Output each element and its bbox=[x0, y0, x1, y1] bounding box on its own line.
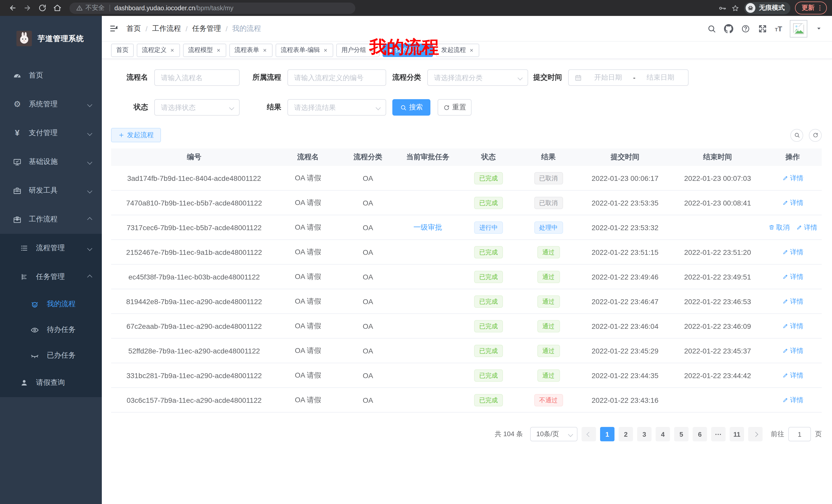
page-button[interactable]: 1 bbox=[600, 427, 615, 441]
sidebar-item-monitor[interactable]: 基础设施 bbox=[0, 147, 102, 176]
search-button[interactable]: 搜索 bbox=[392, 99, 431, 116]
sidebar-item-gear[interactable]: ⚙系统管理 bbox=[0, 90, 102, 119]
sidebar-item-user[interactable]: 请假查询 bbox=[0, 368, 102, 397]
page-button[interactable]: 6 bbox=[693, 427, 707, 441]
date-range-picker[interactable]: 开始日期 - 结束日期 bbox=[568, 69, 688, 86]
detail-link[interactable]: 详情 bbox=[782, 371, 803, 380]
browser-update-button[interactable]: 更新 bbox=[795, 2, 827, 15]
search-icon[interactable] bbox=[707, 24, 716, 33]
close-icon[interactable]: × bbox=[170, 47, 175, 53]
process-name-input[interactable] bbox=[155, 70, 239, 85]
github-icon[interactable] bbox=[724, 24, 733, 33]
detail-link[interactable]: 详情 bbox=[782, 297, 803, 306]
detail-link[interactable]: 详情 bbox=[796, 223, 817, 232]
sidebar: 芋道管理系统 首页⚙系统管理¥支付管理基础设施研发工具工作流程 流程管理任务管理… bbox=[0, 16, 102, 504]
tab-view[interactable]: 发起流程× bbox=[436, 44, 479, 57]
close-icon[interactable]: × bbox=[469, 47, 474, 53]
category-select-input[interactable] bbox=[428, 70, 518, 85]
sidebar-item-label: 系统管理 bbox=[29, 100, 58, 109]
detail-link[interactable]: 详情 bbox=[782, 173, 803, 183]
start-date-placeholder[interactable]: 开始日期 bbox=[586, 73, 630, 82]
refresh-table-button[interactable] bbox=[809, 129, 822, 142]
more-pages-button[interactable]: ··· bbox=[711, 427, 726, 441]
result-select-input[interactable] bbox=[288, 100, 376, 115]
fullscreen-icon[interactable] bbox=[758, 24, 767, 33]
detail-link[interactable]: 详情 bbox=[782, 247, 803, 257]
app-header: 首页/工作流程/任务管理/我的流程 TT bbox=[102, 16, 832, 41]
browser-menu-icon[interactable] bbox=[816, 4, 824, 12]
edit-icon bbox=[782, 347, 788, 354]
close-icon[interactable]: × bbox=[216, 47, 221, 53]
avatar[interactable] bbox=[790, 20, 807, 37]
detail-link[interactable]: 详情 bbox=[782, 272, 803, 281]
cancel-link[interactable]: 取消 bbox=[768, 223, 789, 232]
detail-link[interactable]: 详情 bbox=[782, 321, 803, 331]
page-button[interactable]: 11 bbox=[730, 427, 744, 441]
next-page-button[interactable] bbox=[748, 427, 762, 441]
breadcrumb-item[interactable]: 首页 bbox=[127, 24, 141, 33]
sidebar-item-yen[interactable]: ¥支付管理 bbox=[0, 119, 102, 147]
create-process-button[interactable]: 发起流程 bbox=[111, 128, 161, 142]
browser-reload-icon[interactable] bbox=[38, 4, 47, 12]
help-icon[interactable] bbox=[741, 24, 750, 33]
browser-forward-icon[interactable] bbox=[23, 4, 32, 12]
sidebar-item-list[interactable]: 流程管理 bbox=[0, 234, 102, 262]
page-button[interactable]: 5 bbox=[674, 427, 688, 441]
sidebar-item-label: 支付管理 bbox=[29, 129, 58, 138]
sidebar-item-briefcase[interactable]: 工作流程 bbox=[0, 205, 102, 234]
detail-link[interactable]: 详情 bbox=[782, 346, 803, 355]
process-definition-input[interactable] bbox=[288, 70, 386, 85]
detail-link-label: 详情 bbox=[804, 223, 817, 232]
page-button[interactable]: 2 bbox=[619, 427, 633, 441]
not-secure-warning-icon[interactable] bbox=[76, 5, 83, 11]
sidebar-item-gauge[interactable]: 首页 bbox=[0, 61, 102, 90]
sidebar-item-eyeclosed[interactable]: 已办任务 bbox=[0, 343, 102, 368]
sidebar-item-flow[interactable]: 任务管理 bbox=[0, 262, 102, 291]
breadcrumb-item[interactable]: 工作流程 bbox=[152, 24, 181, 33]
tab-view[interactable]: 流程表单-编辑× bbox=[276, 44, 333, 57]
toggle-search-button[interactable] bbox=[790, 129, 803, 142]
cell-process-id: 7470a810-7b9b-11ec-b5b7-acde48001122 bbox=[111, 199, 277, 207]
address-bar[interactable]: 不安全 dashboard.yudao.iocoder.cn/bpm/task/… bbox=[70, 2, 355, 13]
status-select[interactable] bbox=[154, 99, 240, 116]
category-select[interactable] bbox=[427, 69, 528, 86]
browser-home-icon[interactable] bbox=[53, 4, 62, 12]
tab-view[interactable]: 首页 bbox=[111, 44, 134, 57]
sidebar-item-toolbox[interactable]: 研发工具 bbox=[0, 176, 102, 205]
page-button[interactable]: 3 bbox=[637, 427, 651, 441]
sidebar-item-eye[interactable]: 待办任务 bbox=[0, 317, 102, 343]
tab-view[interactable]: 流程定义× bbox=[137, 44, 180, 57]
font-size-icon[interactable]: TT bbox=[775, 25, 782, 32]
bookmark-star-icon[interactable] bbox=[731, 4, 739, 12]
table-row: 7470a810-7b9b-11ec-b5b7-acde48001122OA 请… bbox=[111, 191, 822, 215]
cell-submit-time: 2022-01-22 23:51:15 bbox=[578, 248, 672, 256]
status-select-input[interactable] bbox=[155, 100, 230, 115]
browser-back-icon[interactable] bbox=[8, 4, 17, 12]
end-date-placeholder[interactable]: 结束日期 bbox=[639, 73, 683, 82]
table-row: 2152467e-7b9b-11ec-9a1b-acde48001122OA 请… bbox=[111, 240, 822, 264]
result-select[interactable] bbox=[287, 99, 386, 116]
sidebar-logo[interactable]: 芋道管理系统 bbox=[0, 16, 102, 61]
page-size-select[interactable]: 10条/页 bbox=[530, 427, 577, 441]
user-menu-caret-icon[interactable] bbox=[816, 26, 822, 31]
detail-link[interactable]: 详情 bbox=[782, 198, 803, 207]
current-task-link[interactable]: 一级审批 bbox=[413, 223, 442, 231]
reset-button[interactable]: 重置 bbox=[438, 99, 471, 116]
breadcrumb-item[interactable]: 任务管理 bbox=[192, 24, 221, 33]
password-key-icon[interactable] bbox=[718, 4, 727, 12]
cell-process-id: 2152467e-7b9b-11ec-9a1b-acde48001122 bbox=[111, 248, 277, 256]
detail-link[interactable]: 详情 bbox=[782, 395, 803, 404]
close-icon[interactable]: × bbox=[323, 47, 328, 53]
cell-process-name: OA 请假 bbox=[277, 297, 339, 306]
tab-view[interactable]: 流程表单× bbox=[229, 44, 272, 57]
cell-submit-time: 2022-01-22 23:44:35 bbox=[578, 371, 672, 380]
collapse-sidebar-button[interactable] bbox=[109, 24, 119, 33]
sidebar-item-robot[interactable]: 我的流程 bbox=[0, 291, 102, 317]
goto-page-input[interactable] bbox=[788, 427, 811, 441]
page-button[interactable]: 4 bbox=[656, 427, 670, 441]
logo-image bbox=[17, 31, 32, 46]
close-icon[interactable]: × bbox=[262, 47, 267, 53]
prev-page-button[interactable] bbox=[581, 427, 596, 441]
app-window: 芋道管理系统 首页⚙系统管理¥支付管理基础设施研发工具工作流程 流程管理任务管理… bbox=[0, 16, 832, 504]
tab-view[interactable]: 流程模型× bbox=[183, 44, 226, 57]
